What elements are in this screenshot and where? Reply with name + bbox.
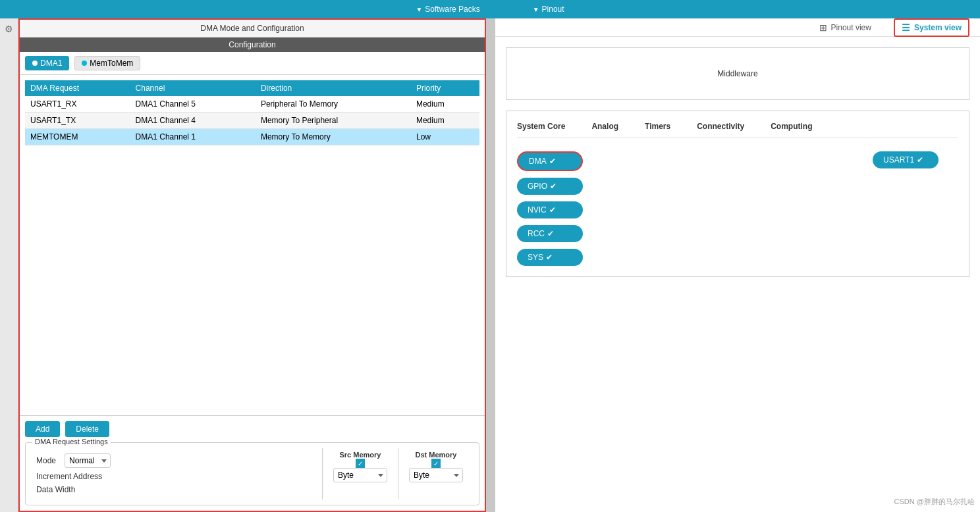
delete-button[interactable]: Delete xyxy=(65,421,109,437)
system-view-icon: ☰ xyxy=(902,22,910,33)
chip-rcc-check: ✔ xyxy=(547,229,554,238)
pinout-menu[interactable]: ▼ Pinout xyxy=(533,5,564,14)
watermark: CSDN @胖胖的马尔扎哈 xyxy=(894,497,975,507)
settings-left-content: Mode Normal Circular Increment Address D… xyxy=(31,448,322,499)
tab-dma1-label: DMA1 xyxy=(40,59,62,68)
inc-row: Increment Address xyxy=(36,472,317,481)
left-sidebar: ⚙ xyxy=(0,18,18,512)
category-system-core[interactable]: System Core xyxy=(517,122,565,131)
left-panel: DMA Mode and Configuration Configuration… xyxy=(18,18,486,512)
software-packs-arrow: ▼ xyxy=(416,6,422,13)
software-packs-label: Software Packs xyxy=(425,5,479,14)
category-timers[interactable]: Timers xyxy=(645,122,670,131)
software-packs-menu[interactable]: ▼ Software Packs xyxy=(416,5,479,14)
system-view-button[interactable]: ☰ System view xyxy=(894,18,969,37)
chip-sys[interactable]: SYS ✔ xyxy=(517,249,583,266)
data-width-label: Data Width xyxy=(36,485,79,494)
cell-priority-2: Low xyxy=(411,129,479,145)
chip-usart1[interactable]: USART1 ✔ xyxy=(873,151,939,168)
chip-sys-label: SYS xyxy=(528,253,543,262)
data-width-row: Data Width xyxy=(36,485,317,494)
dma-settings-legend: DMA Request Settings xyxy=(32,438,111,446)
tab-memtomem-label: MemToMem xyxy=(90,59,133,68)
tab-dma1[interactable]: DMA1 xyxy=(25,56,69,70)
pinout-arrow: ▼ xyxy=(533,6,539,13)
settings-right-content: Src Memory ✓ Byte Half Word Word Dst Mem… xyxy=(322,448,474,499)
cell-request-0: USART1_RX xyxy=(25,96,130,113)
chip-usart1-label: USART1 xyxy=(883,155,914,165)
divider xyxy=(486,18,495,512)
table-row[interactable]: MEMTOMEM DMA1 Channel 1 Memory To Memory… xyxy=(25,129,479,145)
chip-rcc-label: RCC xyxy=(528,229,545,238)
increment-label: Increment Address xyxy=(36,472,102,481)
dma-request-settings: DMA Request Settings Mode Normal Circula… xyxy=(25,442,479,505)
chip-dma-check: ✔ xyxy=(549,157,556,166)
system-view-label: System view xyxy=(914,23,962,32)
config-label: Configuration xyxy=(20,38,485,52)
cell-priority-1: Medium xyxy=(411,113,479,129)
right-top-bar: ⊞ Pinout view ☰ System view xyxy=(495,18,980,37)
chip-nvic[interactable]: NVIC ✔ xyxy=(517,201,583,218)
dma-table-section: DMA Request Channel Direction Priority U… xyxy=(20,75,485,415)
cell-priority-0: Medium xyxy=(411,96,479,113)
col-dma-request: DMA Request xyxy=(25,80,130,96)
cell-direction-1: Memory To Peripheral xyxy=(256,113,411,129)
dst-data-width-select[interactable]: Byte Half Word Word xyxy=(409,468,463,482)
left-panel-title: DMA Mode and Configuration xyxy=(20,20,485,38)
dst-increment-checkbox[interactable]: ✓ xyxy=(431,459,441,468)
tab-memtomem[interactable]: MemToMem xyxy=(74,56,140,70)
cell-channel-0: DMA1 Channel 5 xyxy=(130,96,256,113)
chip-sys-check: ✔ xyxy=(546,253,553,262)
pinout-label: Pinout xyxy=(542,5,564,14)
pinout-view-label: Pinout view xyxy=(831,23,871,32)
chip-usart1-check: ✔ xyxy=(917,155,923,165)
src-memory-section: Src Memory ✓ Byte Half Word Word xyxy=(323,448,398,499)
pinout-view-icon: ⊞ xyxy=(819,22,827,33)
src-increment-checkbox[interactable]: ✓ xyxy=(356,459,365,468)
table-row[interactable]: USART1_TX DMA1 Channel 4 Memory To Perip… xyxy=(25,113,479,129)
pinout-view-button[interactable]: ⊞ Pinout view xyxy=(813,20,878,36)
cell-channel-2: DMA1 Channel 1 xyxy=(130,129,256,145)
categories-row: System Core Analog Timers Connectivity C… xyxy=(517,122,958,138)
chip-nvic-label: NVIC xyxy=(528,205,547,215)
cell-channel-1: DMA1 Channel 4 xyxy=(130,113,256,129)
chip-gpio[interactable]: GPIO ✔ xyxy=(517,178,583,195)
gear-icon[interactable]: ⚙ xyxy=(5,24,13,34)
mode-select[interactable]: Normal Circular xyxy=(65,453,111,468)
tab-dma1-dot xyxy=(32,61,38,66)
chip-rcc[interactable]: RCC ✔ xyxy=(517,225,583,242)
system-core-column: DMA ✔ GPIO ✔ NVIC ✔ RCC ✔ xyxy=(517,151,583,266)
timers-column xyxy=(688,151,741,266)
chip-nvic-check: ✔ xyxy=(549,205,556,215)
settings-inner: Mode Normal Circular Increment Address D… xyxy=(31,448,474,499)
chip-dma[interactable]: DMA ✔ xyxy=(517,151,583,171)
col-channel: Channel xyxy=(130,80,256,96)
table-header-row: DMA Request Channel Direction Priority xyxy=(25,80,479,96)
system-view-box: System Core Analog Timers Connectivity C… xyxy=(506,111,969,277)
middleware-box: Middleware xyxy=(506,47,969,100)
cell-direction-2: Memory To Memory xyxy=(256,129,411,145)
src-data-width-select[interactable]: Byte Half Word Word xyxy=(333,468,387,482)
chip-gpio-label: GPIO xyxy=(528,182,547,191)
cell-request-2: MEMTOMEM xyxy=(25,129,130,145)
cell-request-1: USART1_TX xyxy=(25,113,130,129)
src-memory-label: Src Memory xyxy=(340,451,381,459)
cell-direction-0: Peripheral To Memory xyxy=(256,96,411,113)
mode-row: Mode Normal Circular xyxy=(36,453,317,468)
main-layout: ⚙ DMA Mode and Configuration Configurati… xyxy=(0,18,980,512)
category-analog[interactable]: Analog xyxy=(591,122,618,131)
category-computing[interactable]: Computing xyxy=(771,122,812,131)
table-row[interactable]: USART1_RX DMA1 Channel 5 Peripheral To M… xyxy=(25,96,479,113)
connectivity-column: USART1 ✔ xyxy=(873,151,939,266)
tabs-row: DMA1 MemToMem xyxy=(20,52,485,75)
category-connectivity[interactable]: Connectivity xyxy=(697,122,744,131)
chip-dma-label: DMA xyxy=(529,157,547,166)
mode-label: Mode xyxy=(36,456,59,465)
items-area: DMA ✔ GPIO ✔ NVIC ✔ RCC ✔ xyxy=(517,151,958,266)
dst-memory-label: Dst Memory xyxy=(416,451,457,459)
analog-column xyxy=(609,151,662,266)
tab-memtomem-dot xyxy=(82,61,87,66)
col-priority: Priority xyxy=(411,80,479,96)
add-button[interactable]: Add xyxy=(25,421,60,437)
middleware-label: Middleware xyxy=(717,69,757,78)
